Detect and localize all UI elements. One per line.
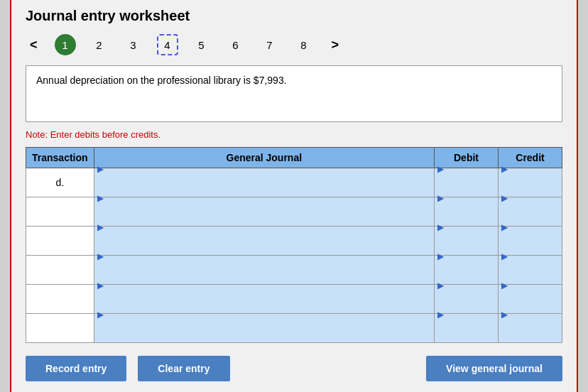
- credit-arrow-2: ▶: [499, 222, 508, 232]
- journal-input-2[interactable]: [94, 232, 434, 261]
- nav-item-8[interactable]: 8: [293, 34, 315, 55]
- header-transaction: Transaction: [26, 148, 94, 168]
- credit-arrow-4: ▶: [499, 281, 508, 290]
- header-debit: Debit: [435, 148, 499, 168]
- journal-input-5[interactable]: [94, 320, 434, 348]
- journal-arrow-2: ▶: [94, 222, 104, 232]
- debit-arrow-5: ▶: [435, 310, 444, 320]
- transaction-cell-4: [26, 285, 94, 314]
- journal-input-4[interactable]: [94, 290, 434, 319]
- header-credit: Credit: [499, 148, 562, 168]
- credit-arrow-3: ▶: [499, 251, 508, 261]
- credit-input-0[interactable]: [499, 174, 562, 202]
- page-title: Journal entry worksheet: [26, 8, 562, 24]
- debit-input-1[interactable]: [435, 203, 498, 232]
- navigation-row: < 12345678 >: [26, 34, 562, 55]
- debit-arrow-4: ▶: [435, 281, 444, 290]
- buttons-row: Record entry Clear entry View general jo…: [26, 356, 562, 381]
- nav-item-7[interactable]: 7: [259, 34, 281, 55]
- debit-cell-0[interactable]: ▶: [435, 168, 499, 197]
- transaction-cell-1: [26, 197, 94, 227]
- nav-item-2[interactable]: 2: [89, 34, 110, 55]
- transaction-cell-3: [26, 256, 94, 285]
- credit-cell-0[interactable]: ▶: [499, 168, 562, 197]
- record-entry-button[interactable]: Record entry: [26, 356, 126, 381]
- description-text: Annual depreciation on the professional …: [36, 75, 287, 86]
- journal-input-0[interactable]: [94, 174, 434, 202]
- nav-item-5[interactable]: 5: [191, 34, 212, 55]
- journal-arrow-0: ▶: [94, 164, 104, 174]
- nav-item-3[interactable]: 3: [123, 34, 144, 55]
- credit-arrow-1: ▶: [499, 193, 508, 203]
- header-journal: General Journal: [94, 148, 434, 168]
- nav-numbers: 12345678: [55, 34, 315, 55]
- table-body: d.▶▶▶▶▶▶▶▶▶▶▶▶▶▶▶▶▶▶: [26, 168, 562, 343]
- debit-input-0[interactable]: [435, 174, 498, 202]
- next-button[interactable]: >: [327, 36, 344, 54]
- credit-input-2[interactable]: [499, 232, 562, 261]
- debit-arrow-3: ▶: [435, 251, 444, 261]
- journal-entry-worksheet: Journal entry worksheet < 12345678 > Ann…: [10, 0, 578, 392]
- view-general-journal-button[interactable]: View general journal: [426, 356, 562, 381]
- debit-arrow-2: ▶: [435, 222, 444, 232]
- transaction-cell-5: [26, 314, 94, 343]
- prev-button[interactable]: <: [26, 36, 42, 54]
- credit-input-4[interactable]: [499, 290, 562, 319]
- credit-arrow-0: ▶: [499, 164, 508, 174]
- debit-arrow-0: ▶: [435, 164, 444, 174]
- journal-cell-0[interactable]: ▶: [94, 168, 434, 197]
- credit-input-1[interactable]: [499, 203, 562, 232]
- credit-input-3[interactable]: [499, 261, 562, 290]
- journal-input-1[interactable]: [94, 203, 434, 232]
- credit-input-5[interactable]: [499, 320, 562, 348]
- journal-arrow-1: ▶: [94, 193, 104, 203]
- debit-input-3[interactable]: [435, 261, 498, 290]
- nav-item-6[interactable]: 6: [225, 34, 246, 55]
- credit-arrow-5: ▶: [499, 310, 508, 320]
- journal-input-3[interactable]: [94, 261, 434, 290]
- journal-arrow-5: ▶: [94, 310, 104, 320]
- journal-arrow-4: ▶: [94, 281, 104, 290]
- debit-input-2[interactable]: [435, 232, 498, 261]
- note-text: Note: Enter debits before credits.: [26, 129, 562, 140]
- clear-entry-button[interactable]: Clear entry: [138, 356, 229, 381]
- table-row: d.▶▶▶: [26, 168, 562, 197]
- nav-item-4[interactable]: 4: [157, 34, 178, 55]
- journal-table: Transaction General Journal Debit Credit…: [26, 147, 562, 343]
- debit-input-5[interactable]: [435, 320, 498, 348]
- transaction-cell-0: d.: [26, 168, 94, 197]
- debit-arrow-1: ▶: [435, 193, 444, 203]
- debit-input-4[interactable]: [435, 290, 498, 319]
- description-box: Annual depreciation on the professional …: [26, 65, 562, 122]
- transaction-cell-2: [26, 227, 94, 256]
- nav-item-1[interactable]: 1: [55, 34, 76, 55]
- journal-arrow-3: ▶: [94, 251, 104, 261]
